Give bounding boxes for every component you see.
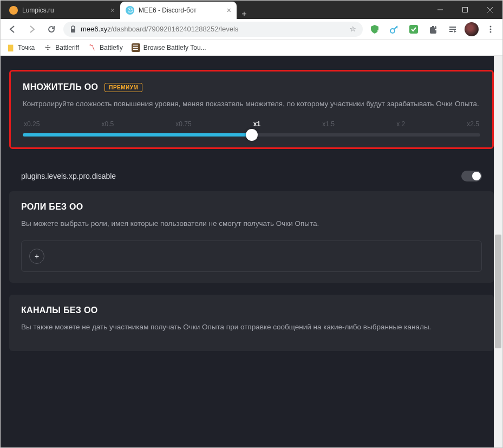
svg-point-6	[390, 29, 395, 33]
card-description: Контролируйте сложность повышения уровня…	[23, 99, 480, 109]
close-icon[interactable]: ×	[227, 6, 231, 15]
bookmark-star-icon[interactable]: ☆	[350, 25, 356, 33]
card-title: РОЛИ БЕЗ ОО	[21, 202, 482, 212]
no-xp-channels-card: КАНАЛЫ БЕЗ ОО Вы также можете не дать уч…	[9, 295, 494, 351]
check-icon	[408, 24, 419, 35]
reload-button[interactable]	[44, 22, 59, 37]
toolbar: mee6.xyz/dashboard/790928162401288252/le…	[1, 19, 502, 40]
bookmark-icon: ☰	[132, 43, 140, 52]
premium-badge: ПРЕМИУМ	[104, 83, 142, 92]
slider-labels: x0.25 x0.5 x0.75 x1 x1.5 x 2 x2.5	[23, 120, 480, 128]
close-icon[interactable]: ×	[110, 6, 115, 15]
tab-lumpics[interactable]: Lumpics.ru ×	[4, 2, 120, 19]
bookmarks-bar: ▇ Точка ☩ Battleriff 〽 Battlefly ☰ Brows…	[1, 40, 502, 56]
arrow-right-icon	[28, 25, 36, 34]
bookmark-icon: 〽	[88, 43, 96, 52]
favicon-icon	[9, 6, 18, 15]
toggle-label: plugins.levels.xp.pro.disable	[21, 172, 116, 180]
shield-icon: 2	[369, 24, 380, 35]
tab-title: MEE6 - Discord-бот	[139, 7, 197, 14]
close-icon	[487, 7, 493, 12]
page-content: МНОЖИТЕЛЬ ОО ПРЕМИУМ Контролируйте сложн…	[1, 56, 502, 356]
new-tab-button[interactable]: +	[237, 9, 252, 19]
extension-key[interactable]	[387, 22, 402, 37]
slider-label: x0.25	[24, 120, 40, 128]
bookmark-tochka[interactable]: ▇ Точка	[6, 43, 35, 52]
address-bar[interactable]: mee6.xyz/dashboard/790928162401288252/le…	[63, 22, 363, 37]
page-viewport: МНОЖИТЕЛЬ ОО ПРЕМИУМ Контролируйте сложн…	[1, 56, 502, 447]
svg-point-11	[490, 25, 492, 27]
card-description: Вы можете выбрать роли, имея которые пол…	[21, 218, 482, 229]
title-text: МНОЖИТЕЛЬ ОО	[23, 82, 98, 92]
tab-strip: Lumpics.ru × ☹ MEE6 - Discord-бот × +	[1, 1, 428, 19]
title-text: КАНАЛЫ БЕЗ ОО	[21, 306, 97, 315]
scrollbar-thumb[interactable]	[495, 235, 501, 348]
slider-label-active: x1	[253, 120, 260, 128]
titlebar: Lumpics.ru × ☹ MEE6 - Discord-бот × +	[1, 1, 502, 19]
back-button[interactable]	[5, 22, 20, 37]
tab-title: Lumpics.ru	[22, 7, 54, 14]
tab-mee6[interactable]: ☹ MEE6 - Discord-бот ×	[120, 2, 237, 19]
bookmark-label: Battlefly	[100, 44, 123, 51]
minimize-icon	[437, 7, 443, 12]
arrow-left-icon	[8, 25, 17, 34]
add-role-button[interactable]: +	[29, 249, 44, 264]
xp-disable-toggle[interactable]	[461, 171, 482, 181]
maximize-button[interactable]	[453, 1, 478, 19]
toggle-knob	[472, 172, 481, 180]
svg-rect-4	[71, 29, 75, 33]
card-title: МНОЖИТЕЛЬ ОО ПРЕМИУМ	[23, 82, 480, 92]
slider-label: x0.75	[175, 120, 191, 128]
bookmark-icon: ▇	[6, 43, 15, 52]
slider-label: x0.5	[102, 120, 114, 128]
url-text: mee6.xyz/dashboard/790928162401288252/le…	[81, 25, 238, 33]
favicon-icon: ☹	[126, 6, 134, 15]
plus-icon: +	[35, 252, 39, 261]
svg-rect-7	[409, 25, 418, 34]
vertical-scrollbar[interactable]	[494, 56, 502, 447]
title-text: РОЛИ БЕЗ ОО	[21, 202, 83, 212]
svg-point-13	[490, 31, 492, 33]
extension-check[interactable]	[406, 22, 421, 37]
bookmark-battlefy[interactable]: ☰ Browse Battlefy Tou...	[132, 43, 206, 52]
minimize-button[interactable]	[428, 1, 453, 19]
window-controls	[428, 1, 502, 19]
playlist-icon	[448, 25, 457, 34]
forward-button[interactable]	[24, 22, 40, 37]
bookmark-label: Browse Battlefy Tou...	[143, 44, 206, 51]
reload-icon	[47, 25, 56, 34]
extension-shield[interactable]: 2	[367, 22, 382, 37]
browser-window: Lumpics.ru × ☹ MEE6 - Discord-бот × +	[0, 0, 503, 448]
xp-multiplier-card: МНОЖИТЕЛЬ ОО ПРЕМИУМ Контролируйте сложн…	[9, 70, 494, 149]
slider-handle[interactable]	[246, 129, 258, 141]
slider-fill	[23, 133, 252, 137]
svg-point-12	[490, 28, 492, 30]
bookmark-battleriff[interactable]: ☩ Battleriff	[43, 43, 79, 52]
no-xp-roles-card: РОЛИ БЕЗ ОО Вы можете выбрать роли, имея…	[9, 191, 494, 282]
extensions-button[interactable]	[426, 22, 441, 37]
svg-text:2: 2	[377, 29, 380, 34]
xp-disable-row: plugins.levels.xp.pro.disable	[9, 161, 494, 191]
reading-list-button[interactable]	[445, 22, 460, 37]
bookmark-battlefly[interactable]: 〽 Battlefly	[88, 43, 123, 52]
key-icon	[389, 24, 399, 34]
profile-avatar[interactable]	[465, 22, 479, 36]
maximize-icon	[462, 7, 468, 12]
slider-label: x 2	[396, 120, 405, 128]
slider-label: x2.5	[467, 120, 479, 128]
roles-add-box: +	[21, 241, 482, 272]
close-window-button[interactable]	[478, 1, 502, 19]
kebab-icon	[487, 25, 494, 33]
svg-rect-1	[463, 8, 468, 12]
lock-icon	[70, 25, 76, 33]
bookmark-icon: ☩	[43, 43, 52, 52]
menu-button[interactable]	[483, 22, 498, 37]
xp-multiplier-slider[interactable]	[23, 133, 480, 137]
puzzle-icon	[429, 25, 437, 34]
bookmark-label: Точка	[18, 44, 35, 51]
card-title: КАНАЛЫ БЕЗ ОО	[21, 306, 482, 315]
card-description: Вы также можете не дать участникам получ…	[21, 322, 482, 333]
slider-label: x1.5	[322, 120, 335, 128]
bookmark-label: Battleriff	[55, 44, 79, 51]
